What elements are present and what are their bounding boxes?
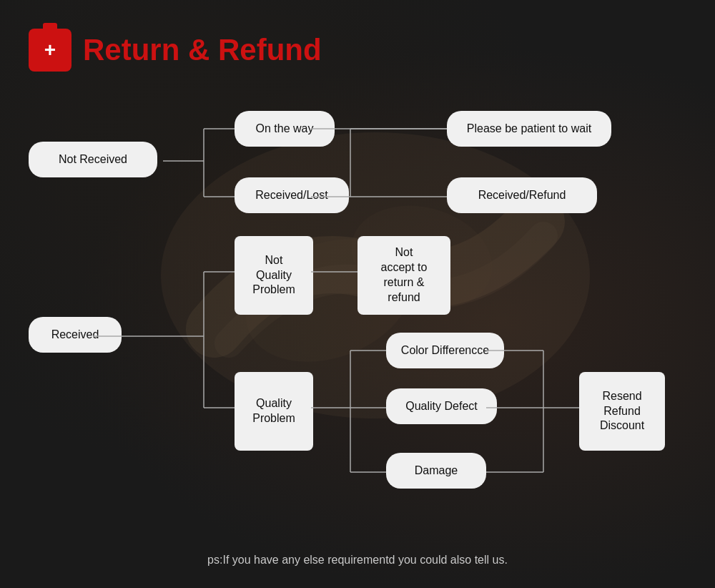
footer-note: ps:If you have any else requirementd you… bbox=[0, 554, 715, 567]
return-box-icon bbox=[29, 29, 72, 72]
page-title: Return & Refund bbox=[83, 33, 322, 67]
connector-lines bbox=[0, 93, 715, 551]
diagram: Not Received On the way Received/Lost Pl… bbox=[0, 93, 715, 551]
header: Return & Refund bbox=[29, 29, 322, 72]
